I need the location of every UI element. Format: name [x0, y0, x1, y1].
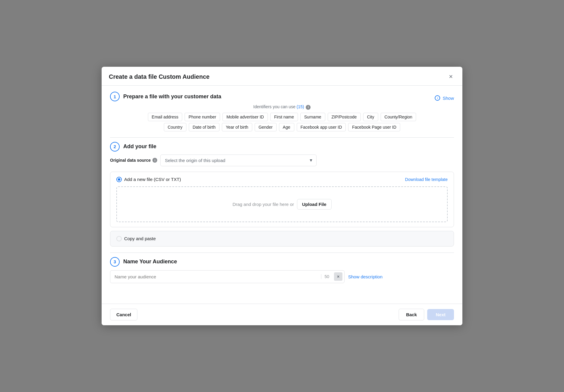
footer-right: Back Next — [399, 309, 454, 320]
step-1-circle: 1 — [110, 92, 120, 101]
back-button[interactable]: Back — [399, 309, 425, 320]
section-3-header: 3 Name Your Audience — [110, 257, 454, 267]
cancel-button[interactable]: Cancel — [110, 309, 137, 320]
divider-1 — [110, 137, 454, 138]
tag-dob: Date of birth — [189, 123, 219, 131]
section-1: 1 Prepare a file with your customer data… — [110, 92, 454, 131]
modal: Create a data file Custom Audience × 1 P… — [102, 67, 462, 325]
modal-header: Create a data file Custom Audience × — [102, 67, 462, 86]
radio-copy-paste[interactable] — [116, 236, 122, 241]
tag-email: Email address — [148, 113, 182, 121]
radio-new-file[interactable] — [116, 177, 122, 182]
modal-body: 1 Prepare a file with your customer data… — [102, 86, 462, 304]
show-link[interactable]: ‹ Show — [435, 95, 454, 101]
next-button[interactable]: Next — [427, 309, 454, 320]
show-description-link[interactable]: Show description — [348, 274, 382, 279]
section-2: 2 Add your file Original data source i S… — [110, 142, 454, 247]
upload-file-button[interactable]: Upload File — [297, 199, 332, 210]
audience-input-wrapper: 50 × — [110, 270, 345, 283]
tag-country: Country — [164, 123, 186, 131]
section-2-header: 2 Add your file — [110, 142, 454, 152]
section-3-title: Name Your Audience — [123, 259, 177, 265]
section-3: 3 Name Your Audience 50 × Show descripti… — [110, 257, 454, 283]
tag-fb-page-user: Facebook Page user ID — [348, 123, 400, 131]
option-label-new: Add a new file (CSV or TXT) — [116, 177, 181, 182]
option-header-new: Add a new file (CSV or TXT) Download fil… — [116, 177, 448, 182]
tags-row-2: Country Date of birth Year of birth Gend… — [110, 123, 454, 131]
download-template-link[interactable]: Download file template — [405, 177, 448, 182]
step-3-circle: 3 — [110, 257, 120, 267]
close-button[interactable]: × — [446, 72, 455, 81]
tag-age: Age — [279, 123, 294, 131]
datasource-label: Original data source i — [110, 158, 157, 163]
char-count: 50 — [321, 274, 332, 279]
dropzone-text: Drag and drop your file here or — [232, 202, 294, 207]
tag-first-name: First name — [270, 113, 298, 121]
tag-fb-app-user: Facebook app user ID — [297, 123, 346, 131]
clear-input-button[interactable]: × — [334, 272, 342, 281]
file-options: Add a new file (CSV or TXT) Download fil… — [110, 172, 454, 247]
tag-zip: ZIP/Postcode — [328, 113, 361, 121]
tag-yob: Year of birth — [222, 123, 252, 131]
option-title-new: Add a new file (CSV or TXT) — [124, 177, 181, 182]
identifiers-info-icon[interactable]: i — [306, 105, 311, 110]
datasource-select[interactable]: Select the origin of this upload Direct … — [160, 155, 317, 166]
datasource-select-wrapper: Select the origin of this upload Direct … — [160, 155, 317, 166]
identifiers-label: Identifiers you can use (15) i — [110, 104, 454, 110]
step-2-circle: 2 — [110, 142, 120, 152]
modal-title: Create a data file Custom Audience — [109, 73, 210, 80]
file-option-paste: Copy and paste — [110, 231, 454, 247]
tag-gender: Gender — [255, 123, 277, 131]
divider-2 — [110, 253, 454, 253]
dropzone[interactable]: Drag and drop your file here or Upload F… — [116, 186, 448, 222]
option-title-paste: Copy and paste — [124, 236, 156, 241]
chevron-left-icon: ‹ — [435, 95, 440, 101]
option-label-paste: Copy and paste — [116, 236, 448, 241]
audience-name-input[interactable] — [110, 271, 321, 283]
tag-mobile-advertiser: Mobile advertiser ID — [222, 113, 268, 121]
audience-input-row: 50 × Show description — [110, 270, 454, 283]
datasource-row: Original data source i Select the origin… — [110, 155, 454, 166]
tag-county: County/Region — [381, 113, 416, 121]
file-option-new: Add a new file (CSV or TXT) Download fil… — [110, 172, 454, 227]
tag-city: City — [363, 113, 378, 121]
section-1-title: Prepare a file with your customer data — [123, 93, 221, 100]
section-1-header: 1 Prepare a file with your customer data — [110, 92, 221, 101]
section-2-title: Add your file — [123, 143, 156, 150]
datasource-info-icon[interactable]: i — [152, 158, 157, 163]
tag-phone: Phone number — [185, 113, 220, 121]
tag-surname: Surname — [300, 113, 325, 121]
modal-footer: Cancel Back Next — [102, 304, 462, 325]
section-1-header-row: 1 Prepare a file with your customer data… — [110, 92, 454, 104]
tags-row-1: Email address Phone number Mobile advert… — [110, 113, 454, 121]
